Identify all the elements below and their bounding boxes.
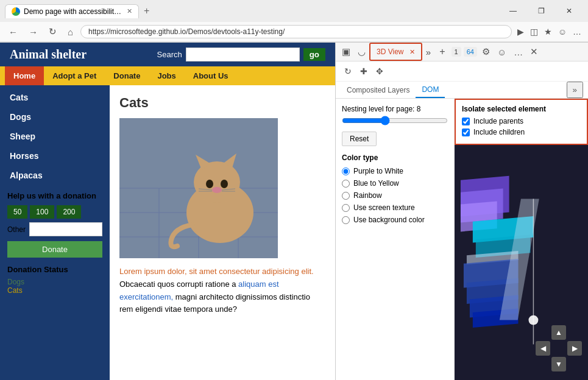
- nesting-slider[interactable]: [342, 116, 448, 125]
- other-amount-input[interactable]: [29, 222, 102, 236]
- dogs-status: Dogs: [7, 278, 102, 286]
- profile-button[interactable]: ☺: [556, 25, 569, 38]
- reload-button[interactable]: ↻: [45, 24, 60, 39]
- empty-bottom-right: [567, 357, 582, 371]
- tab-title: Demo page with accessibility iss: [24, 7, 123, 16]
- site-nav: Home Adopt a Pet Donate Jobs About Us: [0, 66, 335, 85]
- nav-controls: ▲ ◀ ▶ ▼: [536, 325, 582, 371]
- radio-blue-yellow[interactable]: Blue to Yellow: [342, 179, 448, 188]
- radio-rainbow[interactable]: Rainbow: [342, 191, 448, 200]
- sidebar-item-cats[interactable]: Cats: [0, 88, 110, 107]
- lorem-middle: Obcaecati quos corrupti ratione a: [119, 280, 238, 289]
- devtools-settings-icon[interactable]: ⚙: [478, 44, 494, 60]
- include-parents-label: Include parents: [473, 117, 523, 125]
- nav-about[interactable]: About Us: [185, 66, 237, 85]
- nav-donate[interactable]: Donate: [105, 66, 149, 85]
- sidebar-item-horses[interactable]: Horses: [0, 146, 110, 166]
- nesting-label: Nesting level for page: 8: [342, 105, 448, 113]
- radio-purple-white[interactable]: Purple to White: [342, 167, 448, 175]
- devtools-close-icon[interactable]: ✕: [526, 44, 542, 60]
- isolate-include-parents[interactable]: Include parents: [462, 117, 581, 125]
- radio-blue-yellow-input[interactable]: [342, 180, 350, 188]
- empty-center: [551, 341, 566, 356]
- forward-button[interactable]: →: [25, 25, 41, 39]
- nav-home[interactable]: Home: [5, 66, 44, 85]
- nav-jobs[interactable]: Jobs: [149, 66, 184, 85]
- close-button[interactable]: ✕: [555, 2, 583, 19]
- empty-bottom-left: [536, 357, 550, 371]
- sidebar-item-dogs[interactable]: Dogs: [0, 107, 110, 127]
- isolate-include-children[interactable]: Include children: [462, 128, 581, 136]
- browser-tab[interactable]: Demo page with accessibility iss ✕: [5, 4, 139, 18]
- cat-svg: [119, 118, 278, 258]
- nav-left-button[interactable]: ◀: [536, 341, 550, 356]
- maximize-button[interactable]: ❐: [527, 2, 555, 19]
- page-heading: Cats: [119, 95, 325, 111]
- nav-adopt[interactable]: Adopt a Pet: [44, 66, 105, 85]
- nav-down-button[interactable]: ▼: [551, 357, 566, 371]
- devtools-3d-view[interactable]: Isolate selected element Include parents…: [455, 99, 588, 380]
- devtools-tab-overflow-button[interactable]: »: [422, 43, 434, 61]
- radio-bg-color-input[interactable]: [342, 216, 350, 224]
- devtools-camera-icon[interactable]: ▣: [338, 44, 354, 60]
- new-tab-button[interactable]: +: [144, 5, 149, 16]
- read-aloud-button[interactable]: ▶: [515, 25, 526, 38]
- devtools-add-tab-button[interactable]: +: [434, 44, 450, 60]
- reset-button[interactable]: Reset: [342, 132, 377, 146]
- donation-status: Donation Status Dogs Cats: [7, 265, 102, 295]
- home-button[interactable]: ⌂: [64, 25, 77, 39]
- devtools-more-icon[interactable]: …: [510, 44, 526, 60]
- devtools-subtab-composited[interactable]: Composited Layers: [341, 83, 416, 97]
- nesting-text: Nesting level for page:: [342, 105, 414, 113]
- tab-close-icon[interactable]: ✕: [127, 7, 132, 15]
- devtools-subtab-dom[interactable]: DOM: [416, 82, 445, 98]
- site-title: Animal shelter: [10, 47, 87, 62]
- address-bar[interactable]: https://microsoftedge.github.io/Demos/de…: [80, 25, 512, 38]
- devtools-3d-rotate-icon[interactable]: ↻: [341, 64, 355, 79]
- devtools-feedback-icon[interactable]: ☺: [494, 44, 510, 60]
- split-screen-button[interactable]: ◫: [528, 25, 540, 38]
- donate-50-button[interactable]: 50: [7, 205, 27, 219]
- minimize-button[interactable]: —: [499, 2, 527, 19]
- svg-point-8: [194, 161, 240, 203]
- devtools-3d-move-icon[interactable]: ✚: [356, 64, 371, 79]
- donate-200-button[interactable]: 200: [57, 205, 81, 219]
- devtools-tab-3d-view[interactable]: 3D View ✕: [369, 43, 422, 61]
- radio-screen-texture-input[interactable]: [342, 204, 350, 212]
- empty-top-left: [536, 325, 550, 340]
- devtools-body: Nesting level for page: 8 Reset Color ty…: [336, 99, 588, 380]
- empty-top-right: [567, 325, 582, 340]
- main-content: Cats: [110, 85, 335, 380]
- devtools-settings-panel: Nesting level for page: 8 Reset Color ty…: [336, 99, 455, 380]
- back-button[interactable]: ←: [5, 25, 21, 39]
- radio-blue-yellow-label: Blue to Yellow: [353, 179, 399, 188]
- devtools-tab-3d-close[interactable]: ✕: [409, 48, 415, 55]
- search-input[interactable]: [186, 47, 300, 62]
- radio-bg-color[interactable]: Use background color: [342, 216, 448, 224]
- search-go-button[interactable]: go: [303, 48, 325, 61]
- radio-rainbow-input[interactable]: [342, 192, 350, 200]
- devtools-subtab-overflow-button[interactable]: »: [567, 82, 583, 98]
- browser-chrome: Demo page with accessibility iss ✕ + — ❐…: [0, 0, 588, 43]
- cats-status: Cats: [7, 286, 102, 295]
- include-children-checkbox[interactable]: [462, 128, 470, 136]
- radio-screen-texture[interactable]: Use screen texture: [342, 203, 448, 212]
- favorites-button[interactable]: ★: [542, 25, 554, 38]
- tab-favicon: [12, 7, 20, 16]
- lorem-text: Lorem ipsum dolor, sit amet consectetur …: [119, 266, 325, 316]
- donate-100-button[interactable]: 100: [30, 205, 54, 219]
- sidebar-item-alpacas[interactable]: Alpacas: [0, 166, 110, 185]
- donate-submit-button[interactable]: Donate: [7, 241, 102, 258]
- nav-icons: ▶ ◫ ★ ☺ …: [515, 25, 583, 38]
- nav-up-button[interactable]: ▲: [551, 325, 566, 340]
- site-search-form: Search go: [157, 47, 326, 62]
- include-parents-checkbox[interactable]: [462, 118, 470, 125]
- sidebar-item-sheep[interactable]: Sheep: [0, 127, 110, 146]
- nav-right-button[interactable]: ▶: [567, 341, 582, 356]
- more-button[interactable]: …: [571, 25, 583, 38]
- devtools-3d-pan-icon[interactable]: ✥: [372, 64, 387, 79]
- site-body: Cats Dogs Sheep Horses Alpacas Help us w…: [0, 85, 335, 380]
- devtools-toolbar: ▣ ◡ 3D View ✕ » + 1 64 ⚙ ☺ … ✕: [336, 43, 588, 62]
- radio-purple-white-input[interactable]: [342, 167, 350, 175]
- devtools-inspect-icon[interactable]: ◡: [354, 44, 369, 60]
